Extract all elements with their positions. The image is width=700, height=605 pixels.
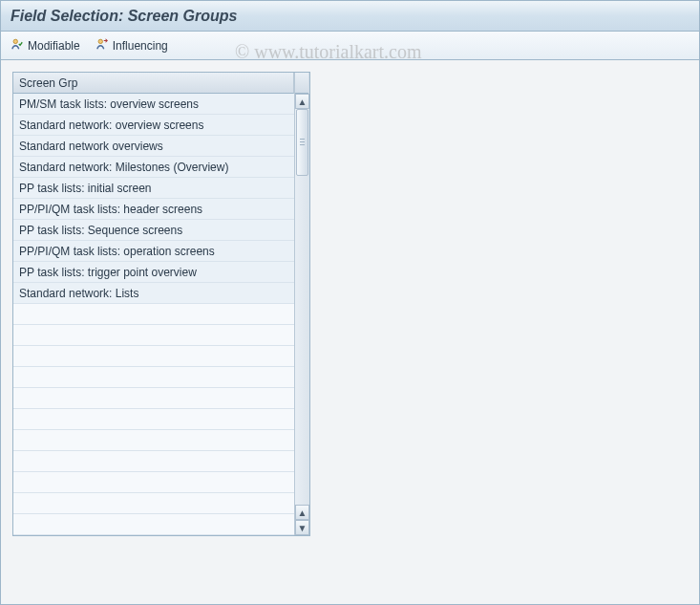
table-row-empty <box>13 451 294 472</box>
page-title: Field Selection: Screen Groups <box>11 8 237 25</box>
modifiable-label: Modifiable <box>28 39 80 53</box>
scroll-line-up-button[interactable]: ▲ <box>295 505 309 520</box>
table-row-empty <box>13 367 294 388</box>
scroll-thumb[interactable] <box>296 109 308 176</box>
column-header[interactable]: Screen Grp <box>13 73 294 94</box>
table-row-empty <box>13 388 294 409</box>
column-grip[interactable] <box>295 73 308 94</box>
person-arrow-icon <box>95 37 109 54</box>
table-row-empty <box>13 514 294 535</box>
svg-point-1 <box>98 39 102 43</box>
scroll-track[interactable] <box>295 109 309 505</box>
svg-point-0 <box>13 39 17 43</box>
table-row-empty <box>13 346 294 367</box>
toolbar: Modifiable Influencing <box>1 32 699 60</box>
table-row-empty <box>13 409 294 430</box>
table-row[interactable]: PP task lists: initial screen <box>13 178 294 199</box>
modifiable-button[interactable]: Modifiable <box>11 37 80 54</box>
table-row[interactable]: PP/PI/QM task lists: operation screens <box>13 241 294 262</box>
table-row[interactable]: PM/SM task lists: overview screens <box>13 94 294 115</box>
table-row[interactable]: PP task lists: Sequence screens <box>13 220 294 241</box>
table-row-empty <box>13 430 294 451</box>
screen-groups-table: Screen Grp PM/SM task lists: overview sc… <box>12 72 310 536</box>
table-row[interactable]: PP/PI/QM task lists: header screens <box>13 199 294 220</box>
table-row[interactable]: Standard network: overview screens <box>13 115 294 136</box>
table-row-empty <box>13 493 294 514</box>
chevron-up-icon: ▲ <box>298 508 308 518</box>
table-row[interactable]: Standard network: Milestones (Overview) <box>13 157 294 178</box>
chevron-down-icon: ▼ <box>298 523 308 533</box>
titlebar: Field Selection: Screen Groups <box>1 1 699 32</box>
table-row[interactable]: Standard network: Lists <box>13 283 294 304</box>
table-row-empty <box>13 472 294 493</box>
person-check-icon <box>11 37 24 54</box>
table-row[interactable]: PP task lists: trigger point overview <box>13 262 294 283</box>
table-row-empty <box>13 304 294 325</box>
influencing-button[interactable]: Influencing <box>95 37 168 54</box>
influencing-label: Influencing <box>113 39 168 53</box>
chevron-up-icon: ▲ <box>298 97 308 107</box>
table-row-empty <box>13 325 294 346</box>
content-area: Screen Grp PM/SM task lists: overview sc… <box>1 60 699 604</box>
table-row[interactable]: Standard network overviews <box>13 136 294 157</box>
vertical-scrollbar[interactable]: ▲ ▲ ▼ <box>294 73 309 535</box>
scroll-down-button[interactable]: ▼ <box>295 520 309 535</box>
scroll-up-button[interactable]: ▲ <box>295 94 309 109</box>
